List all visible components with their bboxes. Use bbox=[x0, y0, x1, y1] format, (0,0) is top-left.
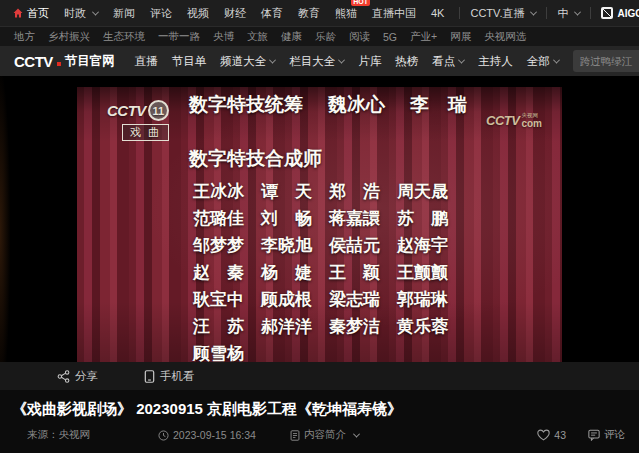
chevron-down-icon bbox=[574, 8, 581, 15]
cctv11-logo-word: CCTV bbox=[107, 102, 146, 119]
credit-name: 苏 鹏 bbox=[397, 208, 463, 229]
like-button[interactable]: 43 bbox=[537, 429, 566, 441]
language-label: 中 bbox=[557, 6, 568, 21]
subnav-item[interactable]: 健康 bbox=[281, 30, 302, 44]
credit-name: 范璐佳 bbox=[193, 208, 259, 229]
channel-nav-highlights[interactable]: 看点 bbox=[432, 54, 464, 69]
aigc-entry[interactable]: AIGC bbox=[601, 7, 639, 19]
nav-item-label: 评论 bbox=[150, 6, 172, 21]
subnav-item[interactable]: 生态环境 bbox=[103, 30, 145, 44]
nav-item-sports[interactable]: 体育 bbox=[261, 6, 283, 21]
channel-nav-label: 直播 bbox=[135, 54, 158, 69]
watermark-com: com bbox=[521, 119, 542, 129]
language-selector[interactable]: 中 bbox=[557, 6, 580, 21]
credit-name: 王冰冰 bbox=[193, 181, 259, 202]
channel-nav-hotlist[interactable]: 热榜 bbox=[395, 54, 418, 69]
nav-item-panda[interactable]: 熊猫 HOT bbox=[335, 6, 357, 21]
channel-nav-all[interactable]: 全部 bbox=[527, 54, 559, 69]
logo-red-dot bbox=[57, 62, 61, 66]
credit-name: 邹梦梦 bbox=[193, 235, 259, 256]
cctv-logo-text: CCTV bbox=[14, 53, 53, 70]
channel-nav-label: 全部 bbox=[527, 54, 550, 69]
subnav-item[interactable]: 地方 bbox=[14, 30, 35, 44]
comment-label: 评论 bbox=[604, 428, 625, 442]
subnav-item[interactable]: 乡村振兴 bbox=[48, 30, 90, 44]
search-input[interactable] bbox=[580, 55, 639, 67]
watermark-word: CCTV bbox=[486, 113, 519, 128]
channel-nav-label: 节目单 bbox=[172, 54, 207, 69]
credit-name: 汪 苏 bbox=[193, 316, 259, 337]
secondary-nav: 地方乡村振兴生态环境一带一路央博文旅健康乐龄阅读5G产业+网展央视网选 bbox=[0, 26, 639, 46]
credits-names-grid: 王冰冰谭 天郑 浩周天晟范璐佳刘 畅蒋嘉譞苏 鹏邹梦梦李晓旭侯喆元赵海宇赵 秦杨… bbox=[193, 181, 467, 362]
cctv-program-logo[interactable]: CCTV 节目官网 bbox=[14, 53, 115, 70]
credit-name: 秦梦洁 bbox=[329, 316, 395, 337]
publish-time: 2023-09-15 16:34 bbox=[158, 429, 256, 441]
subnav-item[interactable]: 央视网选 bbox=[484, 30, 526, 44]
summary-toggle[interactable]: 内容简介 bbox=[290, 428, 359, 442]
chevron-down-icon bbox=[269, 56, 276, 63]
nav-item-label: 时政 bbox=[64, 6, 86, 21]
nav-item-finance[interactable]: 财经 bbox=[224, 6, 246, 21]
video-info: 《戏曲影视剧场》 20230915 京剧电影工程《乾坤福寿镜》 来源：央视网 2… bbox=[0, 390, 639, 453]
action-bar: 分享 手机看 bbox=[0, 362, 639, 390]
video-frame[interactable]: CCTV 11 戏曲 CCTV 央视网 com 数字特技统筹 魏冰心 李 瑞 数… bbox=[77, 87, 562, 362]
subnav-item[interactable]: 央博 bbox=[213, 30, 234, 44]
subnav-item[interactable]: 乐龄 bbox=[315, 30, 336, 44]
program-site-nav: CCTV 节目官网 直播 节目单 频道大全 栏目大全 片库 热榜 看点 主持人 … bbox=[0, 46, 639, 76]
meta-right: 43 评论 bbox=[537, 428, 625, 442]
nav-item-4k[interactable]: 4K bbox=[431, 7, 444, 19]
nav-item-label: 财经 bbox=[224, 6, 246, 21]
nav-item-cctv-live[interactable]: CCTV.直播 bbox=[470, 6, 536, 21]
comment-button[interactable]: 评论 bbox=[588, 428, 625, 442]
mobile-view-label: 手机看 bbox=[160, 369, 195, 384]
like-count: 43 bbox=[554, 429, 566, 441]
document-icon bbox=[290, 430, 300, 441]
nav-item-label: 新闻 bbox=[113, 6, 135, 21]
video-player[interactable]: CCTV 11 戏曲 CCTV 央视网 com 数字特技统筹 魏冰心 李 瑞 数… bbox=[0, 76, 639, 362]
cctv11-channel-logo: CCTV 11 戏曲 bbox=[107, 100, 169, 141]
chevron-down-icon bbox=[458, 56, 465, 63]
comment-icon bbox=[588, 429, 600, 441]
channel-nav-live[interactable]: 直播 bbox=[135, 54, 158, 69]
channel-nav-channels[interactable]: 频道大全 bbox=[220, 54, 275, 69]
chevron-down-icon bbox=[353, 430, 360, 437]
subnav-item[interactable]: 5G bbox=[383, 31, 397, 43]
top-nav: 首页 时政 新闻 评论 视频 财经 体育 教育 熊猫 HOT 直播中国 4K C… bbox=[0, 0, 639, 26]
credit-name: 顾雪杨 bbox=[193, 343, 259, 362]
share-label: 分享 bbox=[75, 369, 98, 384]
nav-item-video[interactable]: 视频 bbox=[187, 6, 209, 21]
subnav-item[interactable]: 产业+ bbox=[410, 30, 437, 44]
credit-name: 杨 婕 bbox=[261, 262, 327, 283]
channel-nav-columns[interactable]: 栏目大全 bbox=[289, 54, 344, 69]
chevron-down-icon bbox=[92, 8, 99, 15]
video-title: 《戏曲影视剧场》 20230915 京剧电影工程《乾坤福寿镜》 bbox=[12, 398, 627, 420]
subnav-item[interactable]: 网展 bbox=[450, 30, 471, 44]
credit-name: 王颤颤 bbox=[397, 262, 463, 283]
nav-item-opinion[interactable]: 评论 bbox=[150, 6, 172, 21]
channel-nav-label: 频道大全 bbox=[220, 54, 266, 69]
channel-nav-library[interactable]: 片库 bbox=[358, 54, 381, 69]
credit-role: 数字特技统筹 bbox=[189, 93, 303, 117]
credit-name: 蒋嘉譞 bbox=[329, 208, 395, 229]
divider bbox=[546, 7, 547, 19]
channel-nav-hosts[interactable]: 主持人 bbox=[478, 54, 513, 69]
nav-item-news[interactable]: 新闻 bbox=[113, 6, 135, 21]
cctv11-logo-name: 戏曲 bbox=[122, 124, 169, 141]
nav-item-politics[interactable]: 时政 bbox=[64, 6, 98, 21]
credit-name: 郝洋洋 bbox=[261, 316, 327, 337]
subnav-item[interactable]: 阅读 bbox=[349, 30, 370, 44]
home-icon bbox=[12, 7, 24, 19]
clock-icon bbox=[158, 430, 169, 441]
credit-name: 耿宝中 bbox=[193, 289, 259, 310]
nav-item-education[interactable]: 教育 bbox=[298, 6, 320, 21]
credit-role-line: 数字特技统筹 魏冰心 李 瑞 bbox=[189, 93, 467, 117]
mobile-view-button[interactable]: 手机看 bbox=[144, 369, 195, 384]
cctv-com-watermark: CCTV 央视网 com bbox=[486, 113, 542, 129]
credit-name: 李 瑞 bbox=[410, 93, 467, 117]
subnav-item[interactable]: 一带一路 bbox=[158, 30, 200, 44]
nav-item-home[interactable]: 首页 bbox=[12, 6, 49, 21]
nav-item-live-china[interactable]: 直播中国 bbox=[372, 6, 416, 21]
channel-nav-schedule[interactable]: 节目单 bbox=[172, 54, 207, 69]
subnav-item[interactable]: 文旅 bbox=[247, 30, 268, 44]
share-button[interactable]: 分享 bbox=[57, 369, 98, 384]
